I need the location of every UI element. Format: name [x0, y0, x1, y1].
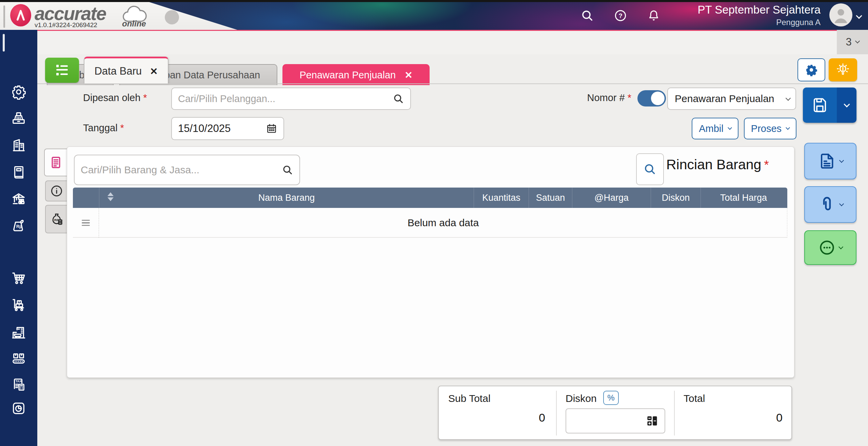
shopping-cart-icon: [11, 270, 26, 286]
chevron-down-icon: [786, 125, 790, 130]
brand-online-label: online: [122, 19, 146, 28]
search-icon[interactable]: [282, 164, 293, 176]
more-actions-button[interactable]: [804, 230, 856, 265]
totals-divider: [556, 391, 557, 435]
bank-icon: [11, 191, 26, 207]
chevron-down-icon: [844, 101, 850, 107]
customer-search-field: [171, 88, 411, 110]
help-button[interactable]: ?: [614, 9, 627, 24]
drag-column-header: [73, 188, 99, 208]
ambil-button[interactable]: Ambil: [692, 118, 738, 139]
sidebar-item-sales[interactable]: Rp: [11, 218, 26, 233]
form-settings-button[interactable]: [797, 58, 825, 81]
column-header-harga: @Harga: [572, 188, 651, 208]
sidebar-item-ledger[interactable]: [11, 164, 26, 180]
user-menu-chevron-icon[interactable]: [856, 13, 862, 19]
minitab-info[interactable]: [45, 180, 67, 201]
tab-data-baru[interactable]: Data Baru ✕: [84, 57, 169, 84]
svg-text:TAX: TAX: [15, 379, 22, 383]
calendar-icon[interactable]: [266, 123, 277, 134]
number-auto-toggle[interactable]: [637, 90, 666, 106]
required-mark: *: [628, 92, 631, 103]
minitab-down-payment[interactable]: RP: [45, 205, 67, 233]
chevron-down-icon: [839, 201, 844, 206]
sidebar-item-fixed-assets[interactable]: [11, 325, 26, 340]
empty-state-text: Belum ada data: [99, 208, 787, 238]
sidebar-item-inventory[interactable]: [11, 297, 26, 313]
person-icon: [829, 3, 852, 26]
company-block: PT September Sejahtera Pengguna A: [675, 3, 821, 27]
ambil-label: Ambil: [699, 123, 724, 134]
record-list-button[interactable]: [45, 58, 79, 83]
discount-unit-toggle[interactable]: %: [603, 391, 619, 405]
report-pie-icon: [11, 401, 26, 416]
minitab-item-detail[interactable]: [44, 149, 67, 176]
save-split-button[interactable]: [803, 88, 856, 123]
item-advanced-search-button[interactable]: [636, 153, 664, 185]
item-search-input[interactable]: [81, 164, 282, 176]
discount-label: Diskon: [566, 393, 597, 404]
hand-trolley-icon: [11, 297, 26, 313]
date-input[interactable]: [178, 122, 266, 135]
doc-tab-label: Data Baru: [94, 65, 142, 77]
proses-button[interactable]: Proses: [744, 118, 796, 139]
customer-search-input[interactable]: [178, 93, 393, 104]
accurate-logo[interactable]: [10, 4, 31, 26]
document-icon: [817, 152, 836, 171]
date-label: Tanggal*: [83, 122, 124, 134]
tab-label: Penawaran Penjualan: [299, 70, 396, 81]
company-name: PT September Sejahtera: [675, 3, 821, 17]
sidebar-item-cash-register[interactable]: [11, 110, 26, 126]
search-icon[interactable]: [393, 93, 404, 104]
tab-penawaran-penjualan[interactable]: Penawaran Penjualan ✕: [282, 64, 430, 85]
lightbulb-icon: [835, 62, 850, 77]
transaction-type-select[interactable]: Penawaran Penjualan: [667, 88, 796, 110]
calculator-stepper-icon[interactable]: [646, 415, 658, 427]
subtotal-label: Sub Total: [448, 393, 491, 404]
discount-input[interactable]: [572, 415, 646, 427]
left-scrollbar[interactable]: [3, 5, 5, 28]
brand-version: v1.0.1#3224-2069422: [35, 21, 97, 29]
settings-icon: [11, 84, 26, 100]
chevron-down-icon: [839, 245, 843, 249]
notifications-button[interactable]: [647, 9, 660, 24]
row-drag-handle[interactable]: [73, 208, 99, 238]
required-mark: *: [764, 158, 769, 172]
cash-register-icon: [11, 110, 26, 126]
top-strip: [0, 0, 868, 2]
proses-label: Proses: [751, 123, 782, 134]
save-options-button[interactable]: [837, 88, 856, 123]
date-field: [171, 117, 284, 140]
sidebar-item-manufacturing[interactable]: [11, 350, 26, 366]
sidebar-item-settings[interactable]: [11, 84, 26, 100]
sidebar-scrollbar[interactable]: [3, 34, 5, 52]
sidebar-item-reports[interactable]: [11, 401, 26, 416]
attachments-button[interactable]: [804, 186, 856, 223]
close-tab-icon[interactable]: ✕: [405, 70, 412, 81]
column-header-total-harga: Total Harga: [701, 188, 786, 208]
items-table-header: Nama Barang Kuantitas Satuan @Harga Disk…: [73, 188, 787, 208]
open-tabs-count-dropdown[interactable]: 3: [837, 30, 868, 54]
close-doc-tab-icon[interactable]: ✕: [150, 66, 158, 77]
save-floppy-icon: [810, 96, 829, 115]
document-actions-button[interactable]: [804, 143, 856, 179]
discount-field: [566, 408, 665, 433]
chevron-down-icon: [855, 39, 860, 43]
asset-building-car-icon: [11, 325, 26, 340]
column-header-nama-barang: Nama Barang: [99, 188, 474, 208]
sidebar-item-tax[interactable]: TAX: [11, 377, 26, 392]
chevron-down-icon: [786, 95, 791, 101]
save-button[interactable]: [803, 88, 837, 123]
tips-button[interactable]: [829, 58, 857, 81]
sort-icon[interactable]: [107, 192, 114, 201]
sidebar-item-purchases[interactable]: [11, 270, 26, 286]
number-label: Nomor #*: [542, 92, 631, 103]
subtotal-value: 0: [448, 411, 545, 424]
sidebar-item-bank[interactable]: [11, 191, 26, 207]
user-avatar[interactable]: [829, 3, 852, 26]
sidebar-item-company[interactable]: [11, 137, 26, 153]
transaction-type-value: Penawaran Penjualan: [675, 93, 774, 104]
top-bar: accurate online v1.0.1#3224-2069422 ? PT…: [0, 0, 868, 30]
global-search-button[interactable]: [580, 9, 594, 24]
svg-text:Rp: Rp: [16, 224, 22, 229]
